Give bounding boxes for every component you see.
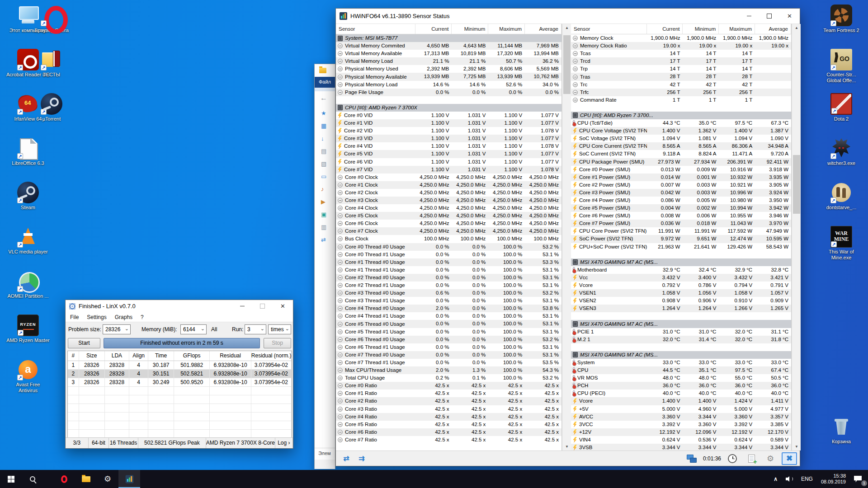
- sensor-section-header[interactable]: MSI X470 GAMING M7 AC (MS...: [571, 320, 791, 328]
- sensor-row[interactable]: Core #0 Thread #0 Usage0.0 %0.0 %100.0 %…: [336, 243, 561, 251]
- column-header-minimum[interactable]: Minimum: [683, 24, 719, 34]
- sensor-row[interactable]: Command Rate1 T1 T1 T: [571, 96, 791, 104]
- sensor-row[interactable]: SoC Voltage (SVI2 TFN)1.094 V1.081 V1.09…: [571, 135, 791, 142]
- search-button[interactable]: [22, 470, 43, 488]
- sensor-row[interactable]: SoC Current (SVI2 TFN)9.118 A8.824 A11.4…: [571, 150, 791, 158]
- scroll-down-icon[interactable]: ▼: [792, 443, 801, 450]
- desktop-icon-this-war-of-mine[interactable]: ↗This War of Mine.exe: [820, 226, 863, 261]
- sensor-row[interactable]: Max CPU/Thread Usage2.0 %1.3 %100.0 %54.…: [336, 366, 561, 374]
- sensor-row[interactable]: Core #2 Power (SMU)0.007 W0.003 W10.921 …: [571, 181, 791, 189]
- sensor-row[interactable]: 3VSB3.344 V3.344 V3.344 V3.344 V: [571, 444, 791, 450]
- sensor-row[interactable]: PCH36.0 °C36.0 °C36.0 °C36.0 °C: [571, 382, 791, 389]
- column-header-Align[interactable]: Align: [129, 351, 148, 361]
- sensor-row[interactable]: Physical Memory Available13,939 MB7,725 …: [336, 73, 561, 80]
- clock[interactable]: 15:38 08.09.2019: [817, 470, 850, 488]
- settings-button[interactable]: [763, 452, 778, 465]
- taskbar-settings[interactable]: [97, 470, 118, 488]
- problem-size-select[interactable]: 28326: [103, 324, 131, 334]
- column-header-sensor[interactable]: Sensor: [336, 24, 415, 34]
- sensor-row[interactable]: Core #1 Clock4,250.0 MHz4,250.0 MHz4,250…: [336, 181, 561, 189]
- sensor-row[interactable]: CPU Package Power (SMU)27.973 W27.934 W2…: [571, 158, 791, 166]
- taskbar-opera[interactable]: [53, 470, 75, 488]
- pictures-icon[interactable]: ▧: [321, 161, 326, 167]
- desktop-icon[interactable]: ▭: [321, 174, 326, 179]
- right-pane-scrollbar[interactable]: ▲ ▼: [792, 24, 801, 450]
- explorer-file-menu[interactable]: Файл: [315, 77, 335, 88]
- column-header-current[interactable]: Current: [415, 24, 452, 34]
- desktop-icon-opera[interactable]: ↗Браузер Opera: [30, 5, 73, 33]
- sensor-row[interactable]: Core #6 Clock4,250.0 MHz4,250.0 MHz4,250…: [336, 220, 561, 227]
- sensor-row[interactable]: Core #7 Clock4,250.0 MHz4,250.0 MHz4,250…: [336, 227, 561, 235]
- action-center-button[interactable]: 1: [850, 470, 868, 488]
- network-icon[interactable]: ⇄: [321, 237, 326, 243]
- sensor-row[interactable]: CPU+SoC Power (SVI2 TFN)21.963 W21.641 W…: [571, 243, 791, 251]
- tray-overflow-chevron[interactable]: ∧: [769, 470, 782, 488]
- sensor-row[interactable]: Vcore1.400 V1.400 V1.424 V1.411 V: [571, 397, 791, 405]
- sensor-row[interactable]: Core #4 Clock4,250.0 MHz4,250.0 MHz4,250…: [336, 204, 561, 212]
- sensor-row[interactable]: Core #3 Thread #0 Usage0.6 %0.0 %100.0 %…: [336, 289, 561, 297]
- sensor-row[interactable]: CPU Core Voltage (SVI2 TFN)1.400 V1.362 …: [571, 127, 791, 135]
- desktop-icon-dontstarve[interactable]: ↗dontstarve_...: [820, 182, 863, 211]
- menu-item-settings[interactable]: Settings: [87, 314, 106, 320]
- sensor-row[interactable]: Core #6 Power (SMU)0.008 W0.006 W10.955 …: [571, 212, 791, 220]
- sensor-row[interactable]: M.2 132.0 °C31.4 °C32.0 °C31.8 °C: [571, 336, 791, 343]
- column-header-Time[interactable]: Time: [148, 351, 174, 361]
- sensor-section-header[interactable]: System: MSI MS-7B77: [336, 34, 561, 42]
- sensor-section-header[interactable]: MSI X470 GAMING M7 AC (MS...: [571, 351, 791, 359]
- sensor-row[interactable]: Core #2 Clock4,250.0 MHz4,250.0 MHz4,250…: [336, 189, 561, 197]
- sensor-row[interactable]: Core #7 Power (SMU)0.036 W0.018 W11.043 …: [571, 220, 791, 227]
- sensor-row[interactable]: Core #0 VID1.100 V1.031 V1.100 V1.077 V: [336, 112, 561, 119]
- sensor-row[interactable]: Core #5 VID1.100 V1.031 V1.100 V1.077 V: [336, 150, 561, 158]
- downloads-icon[interactable]: ↓: [321, 136, 326, 141]
- column-header-sensor[interactable]: Sensor: [571, 24, 647, 34]
- menu-item-file[interactable]: File: [70, 314, 79, 320]
- documents-icon[interactable]: ▤: [321, 148, 326, 154]
- sensor-row[interactable]: Physical Memory Load14.6 %14.6 %52.6 %34…: [336, 81, 561, 89]
- menu-item-graphs[interactable]: Graphs: [115, 314, 132, 320]
- sensor-row[interactable]: Core #4 Thread #1 Usage0.0 %0.0 %100.0 %…: [336, 312, 561, 320]
- left-pane-scrollbar[interactable]: ▲ ▼: [562, 24, 571, 450]
- sensor-row[interactable]: Core #3 Thread #1 Usage0.0 %0.0 %100.0 %…: [336, 297, 561, 305]
- local-disk-icon[interactable]: ▥: [321, 224, 326, 230]
- run-units-select[interactable]: times: [268, 324, 291, 334]
- sensor-row[interactable]: Motherboard32.9 °C32.4 °C32.9 °C32.8 °C: [571, 266, 791, 274]
- close-button[interactable]: [779, 9, 800, 23]
- sensor-row[interactable]: Core #4 Ratio42.5 x42.5 x42.5 x42.5 x: [336, 413, 561, 421]
- sensor-row[interactable]: Core #4 VID1.100 V1.031 V1.100 V1.078 V: [336, 142, 561, 150]
- sensor-row[interactable]: Core #7 Ratio42.5 x42.5 x42.5 x42.5 x: [336, 436, 561, 444]
- back-icon[interactable]: ←: [320, 94, 327, 102]
- sensor-row[interactable]: CPU (PECI)40.0 °C40.0 °C40.0 °C40.0 °C: [571, 389, 791, 397]
- maximize-button[interactable]: [252, 300, 273, 312]
- linx-titlebar[interactable]: Finished - LinX v0.7.0: [66, 300, 293, 312]
- column-header-average[interactable]: Average: [525, 24, 561, 34]
- column-header-LDA[interactable]: LDA: [105, 351, 129, 361]
- sensor-row[interactable]: Core #1 VID1.100 V1.031 V1.100 V1.077 V: [336, 119, 561, 127]
- sensor-row[interactable]: Core #3 VID1.100 V1.031 V1.100 V1.077 V: [336, 135, 561, 142]
- sensor-row[interactable]: Core #6 Thread #0 Usage0.0 %0.0 %100.0 %…: [336, 336, 561, 343]
- sensor-section-header[interactable]: MSI X470 GAMING M7 AC (MS...: [571, 258, 791, 266]
- sensor-row[interactable]: Tcas14 T14 T14 T: [571, 50, 791, 57]
- column-header-current[interactable]: Current: [647, 24, 683, 34]
- sensor-row[interactable]: Tras28 T28 T28 T: [571, 73, 791, 80]
- scroll-down-icon[interactable]: ▼: [562, 443, 571, 450]
- sensor-row[interactable]: Core #4 Power (SMU)0.086 W0.005 W10.980 …: [571, 197, 791, 204]
- language-indicator[interactable]: ENG: [797, 470, 817, 488]
- restore-button[interactable]: [759, 9, 779, 23]
- sensor-row[interactable]: Core #5 Power (SMU)0.004 W0.002 W10.994 …: [571, 204, 791, 212]
- sensor-row[interactable]: Core #2 Thread #0 Usage0.0 %0.0 %100.0 %…: [336, 274, 561, 282]
- sensor-row[interactable]: CPU Core Current (SVI2 TFN)8.565 A8.565 …: [571, 142, 791, 150]
- sensor-row[interactable]: Core #3 Clock4,250.0 MHz4,250.0 MHz4,250…: [336, 197, 561, 204]
- column-header-Residualnorm[interactable]: Residual (norm.): [251, 351, 292, 361]
- close-sensors-button[interactable]: [782, 452, 797, 465]
- sensor-row[interactable]: VSEN20.908 V0.906 V0.910 V0.909 V: [571, 297, 791, 305]
- music-icon[interactable]: ♪: [321, 186, 326, 192]
- sensor-row[interactable]: Vcc3.432 V3.400 V3.432 V3.421 V: [571, 274, 791, 282]
- column-header-minimum[interactable]: Minimum: [452, 24, 488, 34]
- sensor-row[interactable]: Core #2 Ratio42.5 x42.5 x42.5 x42.5 x: [336, 397, 561, 405]
- sensor-row[interactable]: Trc42 T42 T42 T: [571, 81, 791, 89]
- desktop-icon-utorrent[interactable]: ↗µTorrent: [30, 93, 73, 122]
- desktop-icon-witcher3[interactable]: ↗witcher3.exe: [820, 137, 863, 166]
- sensor-row[interactable]: Physical Memory Used2,392 MB2,392 MB8,60…: [336, 65, 561, 73]
- sensor-row[interactable]: PCIE 131.0 °C31.0 °C32.0 °C31.1 °C: [571, 328, 791, 336]
- column-header-GFlops[interactable]: GFlops: [174, 351, 210, 361]
